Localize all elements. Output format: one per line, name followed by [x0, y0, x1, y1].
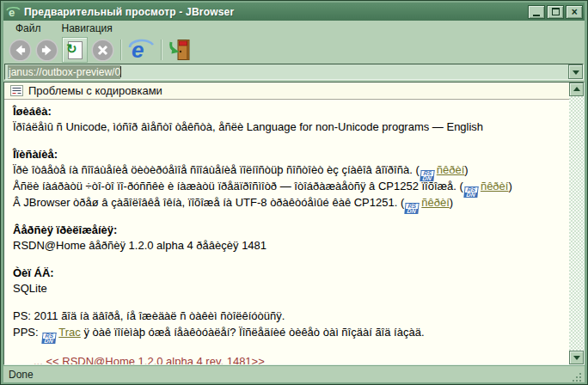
- message-subject: Проблемы с кодировками: [28, 84, 162, 97]
- menu-file[interactable]: Файл: [15, 22, 41, 34]
- address-dropdown-button[interactable]: [568, 64, 583, 79]
- db-type-text: SQLite: [13, 281, 566, 297]
- spacer: [13, 211, 566, 223]
- toolbar-separator: [161, 40, 162, 60]
- pps-text: PPS:: [13, 326, 41, 339]
- app-window: e Предварительный просмотр - JBrowser × …: [0, 0, 588, 385]
- resize-grip[interactable]: [572, 372, 582, 382]
- error-heading: Îøèáêà:: [13, 104, 566, 119]
- scrollbar-track[interactable]: [569, 96, 584, 351]
- exit-door-icon: [168, 38, 192, 62]
- jbrowser-logo-icon: e: [6, 5, 21, 19]
- text-caret: [120, 66, 121, 77]
- signature-text: ... << RSDN@Home 1.2.0 alpha 4 rev. 1481…: [34, 354, 566, 364]
- address-combobox[interactable]: janus://outbox-preview/0: [4, 64, 584, 80]
- description-heading: Îïèñàíèå:: [13, 147, 566, 162]
- toolbar: ↻ e: [3, 36, 585, 64]
- forward-button[interactable]: [35, 39, 58, 62]
- triangle-down-icon: [573, 356, 580, 364]
- preview-document: Проблемы с кодировками Îøèáêà: Ïðîáëåìû …: [4, 82, 569, 364]
- title-bar[interactable]: e Предварительный просмотр - JBrowser ×: [3, 3, 585, 21]
- address-input[interactable]: janus://outbox-preview/0: [5, 64, 568, 79]
- spacer: [13, 254, 566, 266]
- back-icon: [9, 39, 32, 62]
- description-text: ): [464, 163, 468, 176]
- spacer: [13, 297, 566, 309]
- exit-button[interactable]: [168, 38, 192, 62]
- pps-line: PPS: RSDNTrac ÿ òàê ïîíèìàþ óæå íåàêòóàë…: [13, 325, 566, 341]
- back-button[interactable]: [9, 39, 32, 62]
- scroll-down-button[interactable]: [569, 351, 584, 364]
- status-bar: Done: [3, 366, 585, 382]
- description-text: Ïðè îòâåòå íà ñîîáùåíèå öèòèðóåìîå ñîîáù…: [13, 163, 420, 176]
- vertical-scrollbar[interactable]: [569, 82, 584, 364]
- internet-explorer-icon: e: [127, 38, 155, 62]
- address-value[interactable]: janus://outbox-preview/0: [8, 65, 120, 79]
- menu-navigation[interactable]: Навигация: [62, 22, 113, 34]
- toolbar-separator: [120, 40, 121, 60]
- ps-text: PS: 2011 ãîä íà äâîðå, íå îæèäàë ñ òàêèì…: [13, 309, 566, 325]
- stop-icon: [91, 39, 114, 62]
- resize-grip-icon: [572, 372, 582, 382]
- screenshot-link-3[interactable]: ñêðèí: [421, 196, 450, 209]
- version-text: RSDN@Home âåðñèÿ 1.2.0 alpha 4 ðåâèçèÿ 1…: [13, 238, 566, 254]
- content-panel: Проблемы с кодировками Îøèáêà: Ïðîáëåìû …: [3, 82, 585, 365]
- chevron-down-icon: [573, 70, 579, 78]
- screenshot-link-2[interactable]: ñêðèí: [481, 180, 509, 192]
- maximize-icon: [552, 8, 560, 15]
- scroll-up-button[interactable]: [569, 82, 584, 96]
- forward-icon: [35, 39, 58, 62]
- screenshot-link-1[interactable]: ñêðèí: [437, 163, 465, 176]
- error-text: Ïðîáëåìû ñ Unicode, ìóñîð âìåñòî òåêñòà,…: [13, 119, 566, 136]
- spacer: [13, 341, 566, 352]
- rsdn-logo-icon: RSDN: [405, 203, 420, 214]
- open-in-ie-button[interactable]: e: [127, 38, 155, 62]
- close-icon: ×: [571, 8, 577, 16]
- window-title: Предварительный просмотр - JBrowser: [24, 6, 528, 18]
- maximize-button[interactable]: [547, 5, 564, 19]
- triangle-up-icon: [573, 83, 580, 91]
- trac-link[interactable]: Trac: [58, 326, 81, 339]
- description-line: Â JBrowser òðåø â çàãîëîâêå îêíà, ïîõîæå…: [13, 195, 566, 211]
- db-type-heading: Òèï ÁÄ:: [13, 266, 566, 281]
- rsdn-logo-icon: RSDN: [420, 170, 434, 181]
- version-heading: Âåðñèÿ ïðèëîæåíèÿ:: [13, 223, 566, 238]
- pps-text: ÿ òàê ïîíèìàþ óæå íåàêòóàëåí? Ïîñëåäíèé …: [81, 326, 425, 339]
- message-body: Îøèáêà: Ïðîáëåìû ñ Unicode, ìóñîð âìåñòî…: [4, 100, 569, 364]
- minimize-button[interactable]: [528, 5, 545, 19]
- description-text: Åñëè íàáðàòü ÷òî-òî ïî-ðóññêè è íàæàòü ï…: [13, 180, 463, 192]
- stop-button[interactable]: [91, 39, 114, 62]
- menu-bar: Файл Навигация: [3, 21, 585, 36]
- minimize-icon: [533, 9, 540, 16]
- close-button[interactable]: ×: [566, 5, 583, 19]
- window-controls: ×: [528, 5, 583, 19]
- description-text: ): [450, 196, 453, 209]
- description-line: Åñëè íàáðàòü ÷òî-òî ïî-ðóññêè è íàæàòü ï…: [13, 179, 566, 195]
- address-bar-row: janus://outbox-preview/0: [3, 64, 585, 82]
- message-header: Проблемы с кодировками: [4, 82, 569, 100]
- status-text: Done: [9, 369, 572, 381]
- description-text: ): [508, 180, 511, 192]
- refresh-button[interactable]: ↻: [62, 37, 88, 63]
- rsdn-logo-icon: RSDN: [463, 186, 478, 198]
- rsdn-logo-icon: RSDN: [42, 333, 57, 344]
- message-icon: [10, 85, 23, 96]
- description-text: Â JBrowser òðåø â çàãîëîâêå îêíà, ïîõîæå…: [13, 196, 404, 209]
- description-line: Ïðè îòâåòå íà ñîîáùåíèå öèòèðóåìîå ñîîáù…: [13, 162, 566, 179]
- spacer: [13, 136, 566, 147]
